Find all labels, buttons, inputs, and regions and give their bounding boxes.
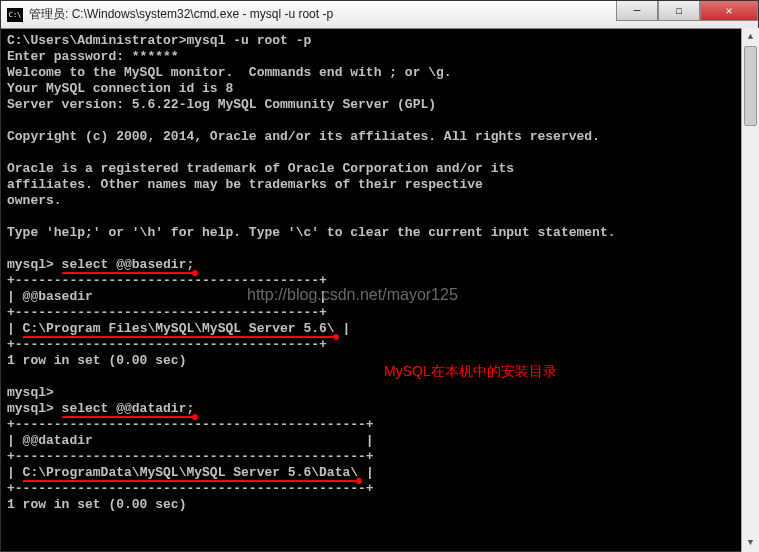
- window-controls: ─ ☐ ✕: [616, 1, 758, 28]
- terminal-area[interactable]: C:\Users\Administrator>mysql -u root -p …: [1, 29, 758, 551]
- scroll-track[interactable]: [742, 46, 759, 534]
- line-server-ver: Server version: 5.6.22-log MySQL Communi…: [7, 97, 436, 112]
- vertical-scrollbar[interactable]: ▲ ▼: [741, 28, 759, 552]
- table-col-datadir: | @@datadir |: [7, 433, 374, 448]
- line-trademark1: Oracle is a registered trademark of Orac…: [7, 161, 514, 176]
- watermark-text: http://blog.csdn.net/mayor125: [247, 287, 458, 303]
- minimize-button[interactable]: ─: [616, 1, 658, 21]
- line-welcome: Welcome to the MySQL monitor. Commands e…: [7, 65, 452, 80]
- table-sep: +---------------------------------------…: [7, 481, 374, 496]
- scroll-thumb[interactable]: [744, 46, 757, 126]
- line-prompt-cmd: C:\Users\Administrator>mysql -u root -p: [7, 33, 311, 48]
- mysql-prompt-empty: mysql>: [7, 385, 54, 400]
- titlebar[interactable]: 管理员: C:\Windows\system32\cmd.exe - mysql…: [1, 1, 758, 29]
- close-button[interactable]: ✕: [700, 1, 758, 21]
- line-copyright: Copyright (c) 2000, 2014, Oracle and/or …: [7, 129, 600, 144]
- line-trademark3: owners.: [7, 193, 62, 208]
- line-password: Enter password: ******: [7, 49, 179, 64]
- sql-select-basedir: select @@basedir;: [62, 257, 195, 274]
- line-trademark2: affiliates. Other names may be trademark…: [7, 177, 483, 192]
- cmd-window: 管理员: C:\Windows\system32\cmd.exe - mysql…: [0, 0, 759, 552]
- sql-select-datadir: select @@datadir;: [62, 401, 195, 418]
- line-help: Type 'help;' or '\h' for help. Type '\c'…: [7, 225, 616, 240]
- table-sep: +---------------------------------------…: [7, 417, 374, 432]
- mysql-prompt: mysql>: [7, 401, 62, 416]
- terminal-output: C:\Users\Administrator>mysql -u root -p …: [7, 33, 752, 513]
- window-title: 管理员: C:\Windows\system32\cmd.exe - mysql…: [29, 6, 616, 23]
- scroll-down-button[interactable]: ▼: [742, 534, 759, 552]
- basedir-value: C:\Program Files\MySQL\MySQL Server 5.6\: [23, 321, 335, 338]
- maximize-button[interactable]: ☐: [658, 1, 700, 21]
- table-sep: +---------------------------------------…: [7, 449, 374, 464]
- table-sep: +---------------------------------------…: [7, 337, 327, 352]
- scroll-up-button[interactable]: ▲: [742, 28, 759, 46]
- annotation-text: MySQL在本机中的安装目录: [384, 363, 557, 379]
- datadir-value: C:\ProgramData\MySQL\MySQL Server 5.6\Da…: [23, 465, 358, 482]
- table-sep: +---------------------------------------…: [7, 305, 327, 320]
- rowcount: 1 row in set (0.00 sec): [7, 497, 186, 512]
- cmd-icon: [7, 8, 23, 22]
- line-conn-id: Your MySQL connection id is 8: [7, 81, 233, 96]
- rowcount: 1 row in set (0.00 sec): [7, 353, 186, 368]
- mysql-prompt: mysql>: [7, 257, 62, 272]
